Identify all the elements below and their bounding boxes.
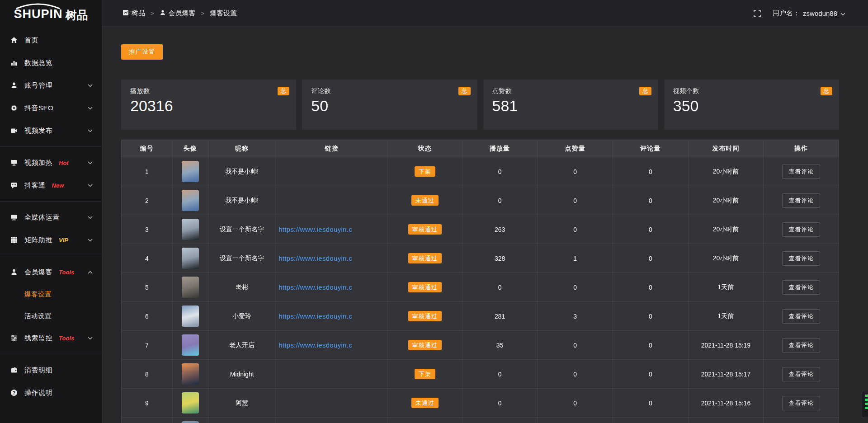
breadcrumb-item-member-baoke[interactable]: 会员爆客: [160, 9, 196, 18]
svg-text:?: ?: [13, 390, 15, 395]
logo-text-cn: 树品: [66, 8, 88, 23]
wallet-icon: [10, 367, 18, 374]
video-link[interactable]: https://www.iesdouyin.c: [276, 283, 387, 291]
view-comments-button[interactable]: 查看评论: [782, 338, 820, 352]
column-header-5: 状态: [387, 140, 462, 157]
sidebar-item-consumption-details[interactable]: 消费明细: [0, 359, 102, 381]
avatar: [182, 219, 199, 240]
topbar: 树品 > 会员爆客 > 爆客设置 用户名：zswodun88: [102, 0, 868, 27]
status-badge: 下架: [415, 166, 435, 177]
cell-plays: 263: [462, 215, 538, 244]
sidebar-item-video-heating[interactable]: 视频加热Hot: [0, 151, 102, 174]
view-comments-button[interactable]: 查看评论: [782, 164, 820, 179]
cell-comments: 0: [613, 389, 689, 418]
column-header-2: 头像: [172, 140, 208, 157]
cell-action: 查看评论: [764, 273, 839, 302]
cell-avatar: [172, 157, 208, 186]
sidebar-item-account-management[interactable]: 账号管理: [0, 74, 102, 97]
cell-likes: 0: [538, 186, 613, 215]
breadcrumb: 树品 > 会员爆客 > 爆客设置: [123, 9, 237, 18]
user-menu[interactable]: 用户名：zswodun88: [773, 9, 845, 18]
sidebar-item-member-baoke[interactable]: 会员爆客Tools: [0, 261, 102, 283]
cell-time: 20小时前: [688, 215, 764, 244]
cell-comments: 0: [613, 273, 689, 302]
stat-card-3: 点赞数581总: [483, 80, 658, 130]
sidebar-divider: [0, 354, 102, 354]
video-link[interactable]: https://www.iesdouyin.c: [276, 341, 387, 349]
chevron-down-icon: [88, 337, 93, 340]
sidebar-subitem-activity-settings[interactable]: 活动设置: [0, 305, 102, 327]
sidebar-subitem-baoke-settings[interactable]: 爆客设置: [0, 283, 102, 305]
stat-card-2: 评论数50总: [302, 80, 477, 130]
column-header-8: 评论量: [613, 140, 689, 157]
view-comments-button[interactable]: 查看评论: [782, 251, 820, 266]
cell-status: 审核通过: [387, 302, 462, 331]
cell-no: 8: [122, 360, 173, 389]
table-row: [122, 418, 839, 423]
sidebar-item-clue-monitoring[interactable]: 线索监控Tools: [0, 327, 102, 349]
breadcrumb-separator: >: [151, 10, 154, 17]
sidebar-item-home[interactable]: 首页: [0, 29, 102, 52]
edge-widget[interactable]: [862, 391, 868, 418]
sidebar-item-label: 视频加热: [24, 159, 52, 167]
avatar: [182, 363, 199, 385]
cell-plays: 0: [462, 389, 538, 418]
view-comments-button[interactable]: 查看评论: [782, 193, 820, 208]
edge-widget-bar: [865, 403, 868, 405]
view-comments-button[interactable]: 查看评论: [782, 309, 820, 324]
cell-comments: 0: [613, 360, 689, 389]
sidebar-item-video-publish[interactable]: 视频发布: [0, 119, 102, 142]
cell-likes: 0: [538, 360, 613, 389]
sidebar-item-douyin-seo[interactable]: 抖音SEO: [0, 97, 102, 119]
cell-action: 查看评论: [764, 331, 839, 360]
main-content: 推广设置 播放数20316总评论数50总点赞数581总视频个数350总 编号头像…: [102, 28, 868, 423]
cell-link: https://www.iesdouyin.c: [276, 331, 388, 360]
cell-nickname: 设置一个新名字: [208, 215, 276, 244]
table-row: 8Midnight下架0002021-11-28 15:17查看评论: [122, 360, 839, 389]
video-link[interactable]: https://www.iesdouyin.c: [276, 254, 387, 262]
cell-status: 下架: [387, 360, 462, 389]
username: zswodun88: [803, 9, 837, 17]
cell-time: 2021-11-28 15:17: [688, 360, 764, 389]
sidebar-item-label: 数据总览: [24, 59, 52, 67]
breadcrumb-item-shupin[interactable]: 树品: [123, 9, 145, 18]
nav-badge-vip: VIP: [59, 237, 68, 244]
video-link[interactable]: https://www.iesdouyin.c: [276, 312, 387, 320]
sidebar-item-data-overview[interactable]: 数据总览: [0, 52, 102, 74]
cell-time: 20小时前: [688, 157, 764, 186]
cell-avatar: [172, 331, 208, 360]
logo-arc-icon: [14, 3, 61, 9]
sidebar-item-operation-instructions[interactable]: ?操作说明: [0, 381, 102, 404]
stat-total-badge: 总: [278, 87, 290, 95]
cell-nickname: 阿慧: [208, 389, 276, 418]
video-link[interactable]: https://www.iesdouyin.c: [276, 226, 387, 233]
grid-icon: [10, 236, 18, 244]
table-row: 4设置一个新名字https://www.iesdouyin.c审核通过32810…: [122, 244, 839, 273]
cell-comments: 0: [613, 157, 689, 186]
view-comments-button[interactable]: 查看评论: [782, 367, 820, 381]
topbar-right: 用户名：zswodun88: [754, 9, 845, 18]
sidebar-item-all-media-operation[interactable]: 全媒体运营: [0, 206, 102, 229]
cell-link: https://www.iesdouyin.c: [276, 273, 388, 302]
promotion-settings-button[interactable]: 推广设置: [121, 44, 163, 60]
cell-action: [764, 418, 839, 423]
view-comments-button[interactable]: 查看评论: [782, 222, 820, 237]
column-header-9: 发布时间: [688, 140, 764, 157]
breadcrumb-item-baoke-settings[interactable]: 爆客设置: [210, 9, 237, 18]
cell-nickname: 我不是小帅!: [208, 157, 276, 186]
edge-widget-bar: [865, 395, 868, 397]
sidebar-divider: [0, 201, 102, 202]
view-comments-button[interactable]: 查看评论: [782, 280, 820, 295]
sidebar-item-matrix-boost[interactable]: 矩阵助推VIP: [0, 229, 102, 251]
person-icon: [160, 9, 166, 17]
sidebar-item-label: 首页: [24, 36, 38, 45]
cell-status: 审核通过: [387, 215, 462, 244]
chevron-down-icon: [840, 9, 845, 17]
sidebar-item-douketong[interactable]: 抖客通New: [0, 174, 102, 197]
avatar: [182, 306, 199, 327]
nav-badge-tools: Tools: [59, 269, 74, 276]
cell-link: [276, 186, 388, 215]
fullscreen-icon[interactable]: [754, 10, 761, 17]
view-comments-button[interactable]: 查看评论: [782, 396, 820, 410]
cell-link: [276, 418, 388, 423]
